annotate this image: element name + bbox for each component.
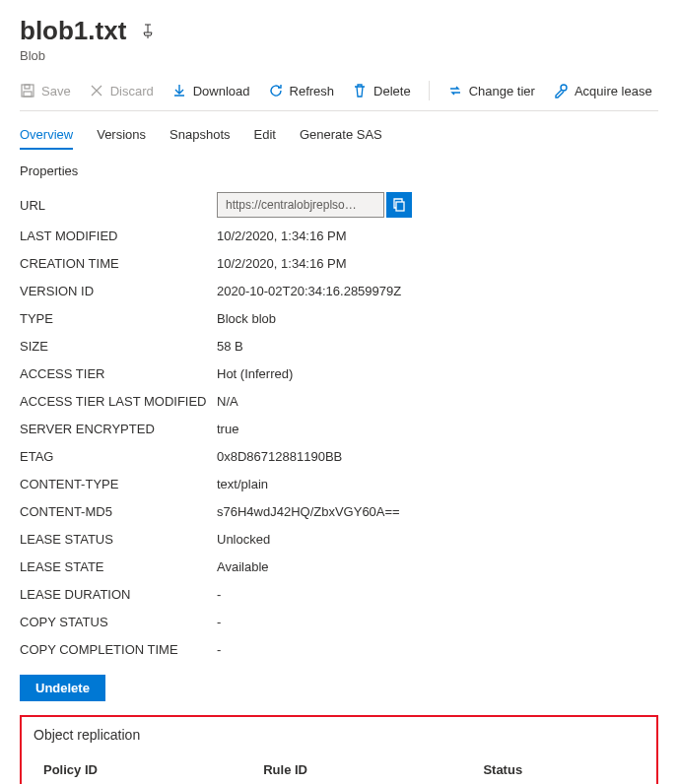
delete-icon — [352, 83, 368, 98]
tab-snapshots[interactable]: Snapshots — [170, 127, 230, 150]
property-row: ACCESS TIER Hot (Inferred) — [20, 359, 658, 387]
property-label: CONTENT-MD5 — [20, 504, 217, 519]
tab-versions[interactable]: Versions — [97, 127, 146, 150]
property-value: 10/2/2020, 1:34:16 PM — [217, 256, 347, 271]
property-row: COPY COMPLETION TIME - — [20, 635, 658, 663]
property-label: VERSION ID — [20, 284, 217, 298]
property-value: - — [217, 587, 221, 602]
property-row: SIZE 58 B — [20, 332, 658, 359]
copy-icon — [391, 197, 407, 213]
svg-rect-1 — [25, 85, 30, 89]
property-value: Hot (Inferred) — [217, 366, 293, 381]
toolbar-separator — [429, 81, 430, 100]
property-row: SERVER ENCRYPTED true — [20, 415, 658, 442]
property-label: URL — [20, 198, 217, 213]
undelete-button[interactable]: Undelete — [20, 675, 105, 701]
svg-rect-4 — [396, 202, 404, 211]
discard-button: Discard — [89, 83, 154, 98]
property-value: Unlocked — [217, 532, 270, 547]
save-button: Save — [20, 83, 71, 98]
property-row: LEASE STATE Available — [20, 553, 658, 580]
property-label: SERVER ENCRYPTED — [20, 422, 217, 436]
property-label: LEASE DURATION — [20, 587, 217, 602]
property-value: - — [217, 642, 221, 657]
save-icon — [20, 83, 35, 98]
replication-heading: Object replication — [34, 727, 644, 743]
property-row: ETAG 0x8D86712881190BB — [20, 442, 658, 470]
refresh-button[interactable]: Refresh — [268, 83, 335, 98]
property-row: TYPE Block blob — [20, 304, 658, 332]
property-value: Block blob — [217, 311, 276, 326]
property-value: - — [217, 615, 221, 629]
svg-rect-2 — [24, 92, 32, 97]
property-label: SIZE — [20, 339, 217, 354]
property-label: CREATION TIME — [20, 256, 217, 271]
property-label: COPY COMPLETION TIME — [20, 642, 217, 657]
tab-bar: Overview Versions Snapshots Edit Generat… — [20, 127, 658, 150]
copy-url-button[interactable] — [386, 192, 412, 218]
tab-edit[interactable]: Edit — [254, 127, 276, 150]
blob-name: blob1.txt — [20, 16, 126, 46]
change-tier-icon — [447, 83, 463, 98]
property-row-url: URL https://centralobjreplso… — [20, 188, 658, 222]
property-row: CONTENT-TYPE text/plain — [20, 470, 658, 497]
toolbar: Save Discard Download Refresh Delete Cha… — [20, 73, 658, 111]
property-value: s76H4wdJ42HQ/ZbxVGY60A== — [217, 504, 400, 519]
page-subtitle: Blob — [20, 48, 658, 63]
download-button[interactable]: Download — [171, 83, 250, 98]
object-replication-section: Object replication Policy ID Rule ID Sta… — [20, 715, 658, 784]
property-row: CREATION TIME 10/2/2020, 1:34:16 PM — [20, 249, 658, 277]
property-value: true — [217, 422, 238, 436]
change-tier-button[interactable]: Change tier — [447, 83, 535, 98]
properties-list: URL https://centralobjreplso… LAST MODIF… — [20, 188, 658, 663]
property-label: LEASE STATE — [20, 559, 217, 574]
property-label: LEASE STATUS — [20, 532, 217, 547]
property-row: CONTENT-MD5 s76H4wdJ42HQ/ZbxVGY60A== — [20, 497, 658, 525]
property-label: ETAG — [20, 449, 217, 464]
page-title: blob1.txt — [20, 16, 658, 46]
property-label: TYPE — [20, 311, 217, 326]
property-label: ACCESS TIER — [20, 366, 217, 381]
col-policy-id: Policy ID — [34, 756, 253, 784]
property-value: text/plain — [217, 477, 268, 491]
url-readonly-field[interactable]: https://centralobjreplso… — [217, 192, 384, 218]
property-value: N/A — [217, 394, 238, 409]
refresh-icon — [268, 83, 284, 98]
discard-icon — [89, 83, 104, 98]
property-label: ACCESS TIER LAST MODIFIED — [20, 394, 217, 409]
property-label: CONTENT-TYPE — [20, 477, 217, 491]
acquire-lease-button[interactable]: Acquire lease — [553, 83, 652, 98]
property-row: LEASE DURATION - — [20, 580, 658, 608]
pin-icon[interactable] — [140, 24, 156, 39]
property-row: LAST MODIFIED 10/2/2020, 1:34:16 PM — [20, 222, 658, 249]
acquire-lease-icon — [553, 83, 569, 98]
property-label: LAST MODIFIED — [20, 229, 217, 243]
property-value: 10/2/2020, 1:34:16 PM — [217, 229, 347, 243]
delete-button[interactable]: Delete — [352, 83, 411, 98]
property-row: VERSION ID 2020-10-02T20:34:16.2859979Z — [20, 277, 658, 304]
property-row: LEASE STATUS Unlocked — [20, 525, 658, 553]
property-label: COPY STATUS — [20, 615, 217, 629]
property-value: 58 B — [217, 339, 243, 354]
replication-table: Policy ID Rule ID Status aaaa0a0a-bb1b-c… — [34, 756, 644, 784]
property-row: ACCESS TIER LAST MODIFIED N/A — [20, 387, 658, 415]
tab-overview[interactable]: Overview — [20, 127, 73, 150]
properties-heading: Properties — [20, 163, 658, 178]
col-rule-id: Rule ID — [253, 756, 473, 784]
property-value: Available — [217, 559, 269, 574]
property-value: 0x8D86712881190BB — [217, 449, 342, 464]
download-icon — [171, 83, 187, 98]
property-value: 2020-10-02T20:34:16.2859979Z — [217, 284, 401, 298]
tab-generate-sas[interactable]: Generate SAS — [300, 127, 382, 150]
property-row: COPY STATUS - — [20, 608, 658, 635]
col-status: Status — [473, 756, 644, 784]
